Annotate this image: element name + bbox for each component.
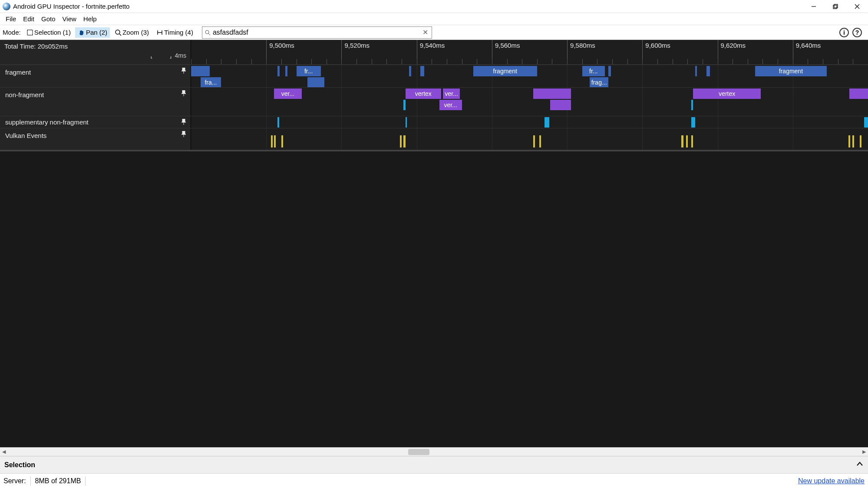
timeline-block[interactable] xyxy=(191,66,210,76)
pin-icon[interactable] xyxy=(181,68,186,75)
mode-selection-label: Selection (1) xyxy=(34,29,71,36)
track-label[interactable]: non-fragment xyxy=(0,88,191,116)
minimize-button[interactable] xyxy=(803,0,825,13)
svg-point-11 xyxy=(205,30,209,34)
update-available-link[interactable]: New update available xyxy=(798,477,865,485)
menu-goto[interactable]: Goto xyxy=(38,14,59,24)
timeline-block[interactable]: fr... xyxy=(582,66,605,76)
mode-pan-button[interactable]: Pan (2) xyxy=(75,27,110,38)
mode-label: Mode: xyxy=(3,29,21,36)
timeline-block[interactable] xyxy=(533,88,571,99)
timeline-block[interactable]: vertex xyxy=(406,88,441,99)
timeline-block[interactable] xyxy=(608,66,611,76)
timeline-empty-area[interactable] xyxy=(0,150,868,447)
timeline-block[interactable]: ver... xyxy=(439,100,462,110)
timeline-block[interactable]: fragment xyxy=(755,66,827,76)
track-content[interactable]: fra...fr...fragmentfr...frag...fragment xyxy=(191,65,868,87)
ruler-track[interactable]: 9,500ms9,520ms9,540ms9,560ms9,580ms9,600… xyxy=(191,40,868,65)
timeline-block[interactable] xyxy=(409,66,411,76)
timeline-block[interactable] xyxy=(691,135,693,147)
timeline-block[interactable] xyxy=(681,135,683,147)
tick-minor xyxy=(642,59,643,64)
timeline-block[interactable]: fra... xyxy=(201,77,221,87)
menu-view[interactable]: View xyxy=(59,14,79,24)
timeline-block[interactable] xyxy=(406,117,407,128)
timeline-block[interactable] xyxy=(691,117,695,128)
help-button[interactable]: ? xyxy=(852,28,862,37)
timeline-block[interactable] xyxy=(400,135,402,147)
timeline-block[interactable]: ver... xyxy=(274,88,302,99)
timeline-block[interactable] xyxy=(271,135,273,147)
tick-minor xyxy=(507,59,508,64)
scale-indicator: ⸤ ⸥ 4ms xyxy=(150,52,186,59)
timeline-block[interactable] xyxy=(285,66,287,76)
pin-icon[interactable] xyxy=(181,131,186,138)
mode-zoom-label: Zoom (3) xyxy=(122,29,149,36)
timeline-block[interactable] xyxy=(550,100,571,110)
toolbar: Mode: Selection (1) Pan (2) Zoom (3) Tim… xyxy=(0,25,868,40)
timeline-block[interactable] xyxy=(706,66,710,76)
timeline-block[interactable] xyxy=(539,135,541,147)
track-label[interactable]: fragment xyxy=(0,65,191,87)
scroll-left-button[interactable]: ◀ xyxy=(0,448,8,456)
timeline-block[interactable]: ver... xyxy=(443,88,460,99)
track-content[interactable] xyxy=(191,116,868,128)
tick-minor xyxy=(733,59,733,64)
tick-minor xyxy=(762,59,763,64)
mode-selection-button[interactable]: Selection (1) xyxy=(23,27,73,38)
svg-rect-2 xyxy=(834,4,838,8)
scale-label: 4ms xyxy=(175,52,186,59)
mode-timing-button[interactable]: Timing (4) xyxy=(153,27,196,38)
timeline-block[interactable]: fragment xyxy=(473,66,537,76)
timeline-block[interactable] xyxy=(277,117,279,128)
timeline-block[interactable] xyxy=(691,100,693,110)
timeline-block[interactable] xyxy=(403,100,405,110)
menu-help[interactable]: Help xyxy=(80,14,100,24)
tick-minor xyxy=(567,59,568,64)
scroll-right-button[interactable]: ▶ xyxy=(860,448,868,456)
timeline-block[interactable] xyxy=(864,117,868,128)
timeline-block[interactable] xyxy=(420,66,424,76)
timeline-block[interactable] xyxy=(274,135,276,147)
timeline-block[interactable] xyxy=(307,77,324,87)
tick-minor xyxy=(838,59,838,64)
maximize-button[interactable] xyxy=(825,0,846,13)
window-title: Android GPU Inspector - fortnite.perfett… xyxy=(13,3,129,10)
timeline-block[interactable] xyxy=(695,66,697,76)
timeline-block[interactable] xyxy=(860,135,861,147)
tick-label: 9,560ms xyxy=(495,42,520,49)
search-clear-button[interactable]: ✕ xyxy=(419,28,432,36)
close-button[interactable] xyxy=(846,0,868,13)
timeline-block[interactable] xyxy=(281,135,283,147)
pin-icon[interactable] xyxy=(181,119,186,126)
selection-panel-toggle[interactable] xyxy=(856,460,864,469)
scroll-thumb[interactable] xyxy=(408,449,430,455)
pin-icon[interactable] xyxy=(181,90,186,98)
timeline-block[interactable]: vertex xyxy=(693,88,761,99)
timeline-block[interactable] xyxy=(848,135,850,147)
timeline-block[interactable] xyxy=(852,135,854,147)
track-label[interactable]: supplementary non-fragment xyxy=(0,116,191,128)
timeline-block[interactable] xyxy=(403,135,405,147)
timeline-block[interactable] xyxy=(277,66,280,76)
timeline-block[interactable]: fr... xyxy=(297,66,321,76)
track-content[interactable]: ver...vertexver...ver...vertex xyxy=(191,88,868,116)
menu-edit[interactable]: Edit xyxy=(20,14,37,24)
svg-rect-1 xyxy=(833,5,837,9)
timeline-block[interactable]: frag... xyxy=(590,77,608,87)
timeline-block[interactable] xyxy=(533,135,535,147)
tick-minor xyxy=(537,59,538,64)
search-input[interactable] xyxy=(213,27,419,38)
tick-label: 9,620ms xyxy=(721,42,746,49)
track-label[interactable]: Vulkan Events xyxy=(0,128,191,150)
timeline-block[interactable] xyxy=(545,117,549,128)
timeline-block[interactable] xyxy=(686,135,688,147)
menu-file[interactable]: File xyxy=(3,14,19,24)
info-button[interactable]: i xyxy=(839,28,849,37)
horizontal-scrollbar[interactable]: ◀ ▶ xyxy=(0,447,868,456)
mode-zoom-button[interactable]: Zoom (3) xyxy=(112,27,152,38)
tick-minor xyxy=(447,59,447,64)
track-content[interactable] xyxy=(191,128,868,150)
tick-minor xyxy=(823,59,823,64)
timeline-block[interactable] xyxy=(849,88,868,99)
